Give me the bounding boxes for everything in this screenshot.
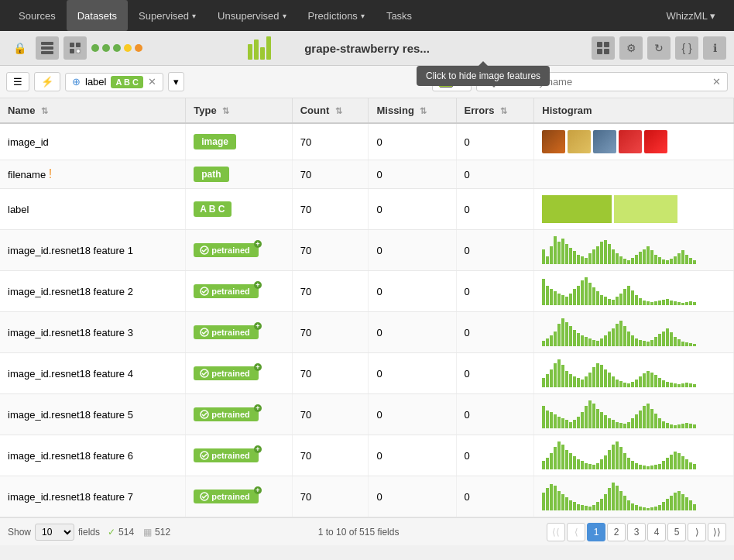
cell-histogram: [534, 394, 734, 435]
hist-bar: [674, 337, 677, 346]
hist-bar: [600, 499, 603, 510]
hist-bar: [616, 253, 619, 264]
cell-name: label: [0, 189, 186, 230]
code-icon[interactable]: { }: [675, 36, 698, 60]
field-name: image_id.resnet18 feature 3: [8, 327, 133, 338]
hist-bar: [604, 415, 607, 428]
col-errors[interactable]: Errors ⇅: [456, 98, 534, 123]
nav-tasks-label: Tasks: [386, 10, 412, 22]
hist-bar: [569, 294, 572, 305]
clear-search-icon[interactable]: ✕: [712, 76, 721, 88]
hist-bar: [577, 286, 580, 305]
hist-bar: [616, 297, 619, 305]
hist-bar: [573, 456, 576, 469]
col-histogram: Histogram: [534, 98, 734, 123]
show-count-select[interactable]: 102550100: [35, 524, 74, 541]
hist-bar: [542, 279, 545, 305]
type-badge-pretrained: petrained+: [194, 325, 259, 339]
first-page-button[interactable]: ⟨⟨: [547, 523, 565, 541]
cell-count: 70: [292, 435, 369, 476]
hist-bar: [623, 259, 626, 264]
hist-bar: [658, 257, 661, 264]
col-count[interactable]: Count ⇅: [292, 98, 369, 123]
label-filter-tag[interactable]: ⊕ label A B C ✕: [65, 73, 163, 91]
dataset-icon[interactable]: [36, 36, 59, 60]
type-badge-pretrained: petrained+: [194, 490, 259, 503]
hist-bar: [654, 375, 657, 387]
nav-sources-label: Sources: [19, 10, 56, 22]
hist-bar: [608, 332, 611, 346]
histogram-chart: [542, 441, 677, 469]
dot-orange: [135, 44, 142, 52]
hist-bar: [681, 303, 684, 305]
filter-dropdown[interactable]: ▾: [168, 72, 184, 91]
cell-histogram: [534, 353, 734, 394]
col-type[interactable]: Type ⇅: [186, 98, 292, 123]
prev-page-button[interactable]: ⟨: [567, 523, 585, 541]
hist-bar: [677, 491, 681, 510]
hist-bar: [565, 420, 568, 428]
hist-bar: [592, 249, 595, 264]
page-4-button[interactable]: 4: [647, 523, 666, 541]
nav-sources[interactable]: Sources: [8, 0, 67, 31]
hist-bar: [619, 423, 623, 428]
page-5-button[interactable]: 5: [667, 523, 686, 541]
nav-unsupervised[interactable]: Unsupervised ▾: [207, 0, 297, 31]
hist-bar: [643, 373, 646, 387]
cell-name: image_id: [0, 123, 186, 160]
hist-bar: [557, 417, 561, 428]
status-dots: [91, 44, 142, 52]
hist-bar: [561, 318, 564, 346]
hist-bar: [670, 496, 673, 510]
add-icon[interactable]: [63, 36, 87, 60]
hist-bar: [592, 367, 595, 387]
check-icon: ✓: [108, 527, 115, 538]
next-page-button[interactable]: ⟩: [688, 523, 706, 541]
col-name[interactable]: Name ⇅: [0, 98, 186, 123]
info-icon[interactable]: ℹ: [703, 36, 726, 60]
hist-bar: [658, 301, 661, 305]
page-2-button[interactable]: 2: [607, 523, 626, 541]
hist-bar: [581, 335, 584, 346]
cell-missing: 0: [369, 353, 456, 394]
hist-bar: [600, 242, 603, 264]
cell-errors: 0: [456, 189, 534, 230]
cell-missing: 0: [369, 476, 456, 517]
nav-brand[interactable]: WhizzML ▾: [655, 10, 726, 22]
settings-icon[interactable]: ⚙: [619, 36, 643, 60]
col-missing[interactable]: Missing ⇅: [369, 98, 456, 123]
hist-bar: [554, 291, 557, 305]
list-icon: ☰: [13, 76, 22, 88]
nav-tasks[interactable]: Tasks: [376, 0, 423, 31]
hist-bar: [565, 450, 568, 469]
hist-bar: [569, 374, 572, 387]
refresh-icon[interactable]: ↻: [647, 36, 671, 60]
cell-missing: 0: [369, 394, 456, 435]
nav-supervised[interactable]: Supervised ▾: [128, 0, 207, 31]
svg-rect-4: [76, 43, 81, 47]
hist-bar: [577, 459, 580, 469]
lock-icon[interactable]: 🔒: [8, 36, 31, 60]
field-name: label: [8, 204, 29, 215]
filter-button[interactable]: ⚡: [34, 72, 60, 91]
nav-unsupervised-label: Unsupervised: [218, 10, 280, 22]
hist-bar: [631, 503, 634, 510]
image-features-icon[interactable]: [592, 36, 615, 60]
hist-bar: [674, 256, 677, 264]
hist-bar: [685, 383, 688, 387]
cell-count: 70: [292, 123, 369, 160]
page-1-button[interactable]: 1: [587, 523, 605, 541]
hist-bar: [546, 488, 549, 510]
list-view-button[interactable]: ☰: [6, 72, 29, 91]
last-page-button[interactable]: ⟩⟩: [708, 523, 726, 541]
field-name: image_id.resnet18 feature 4: [8, 368, 133, 380]
nav-predictions[interactable]: Predictions ▾: [297, 0, 376, 31]
cell-type: petrained+: [186, 271, 292, 312]
hist-bar: [627, 458, 630, 469]
data-table-container: Name ⇅ Type ⇅ Count ⇅ Missing ⇅ Errors ⇅…: [0, 98, 734, 517]
remove-filter-icon[interactable]: ✕: [148, 76, 156, 88]
page-3-button[interactable]: 3: [627, 523, 646, 541]
nav-datasets[interactable]: Datasets: [67, 0, 128, 31]
hist-bar: [577, 378, 580, 387]
hist-bar: [677, 253, 681, 264]
